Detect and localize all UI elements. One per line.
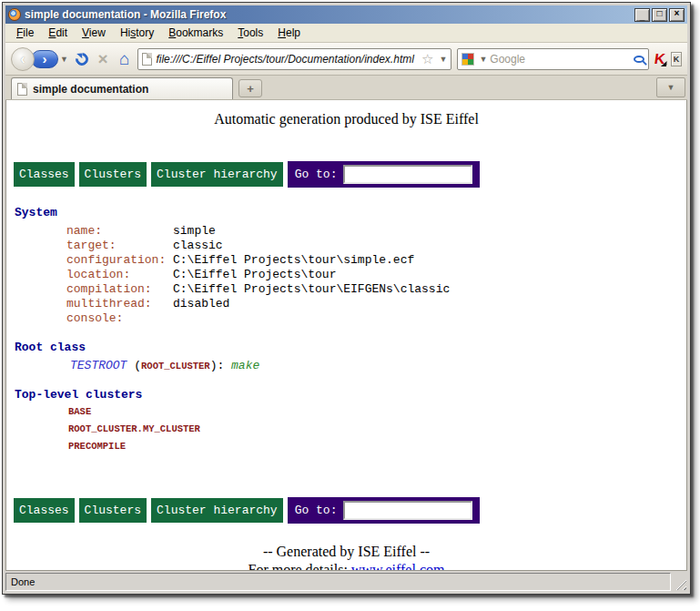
clusters-button[interactable]: Clusters	[79, 498, 147, 523]
reload-icon	[73, 50, 91, 68]
bookmark-star-icon[interactable]: ☆	[421, 52, 433, 66]
resize-grip[interactable]	[673, 573, 687, 591]
url-text[interactable]: file:///C:/Eiffel Projects/tour/Document…	[156, 53, 418, 66]
cluster-hierarchy-button[interactable]: Cluster hierarchy	[151, 162, 283, 187]
url-dropdown-icon[interactable]: ▼	[440, 55, 448, 64]
status-bar: Done	[5, 571, 687, 591]
back-button[interactable]: ‹	[11, 47, 35, 71]
system-row: compilation:C:\Eiffel Projects\tour\EIFG…	[6, 282, 686, 297]
goto-box: Go to:	[288, 497, 481, 524]
page-footer: -- Generated by ISE Eiffel -- For more d…	[6, 543, 686, 571]
maximize-button[interactable]: □	[652, 8, 667, 22]
classes-button[interactable]: Classes	[14, 162, 75, 187]
screenshot-canvas: simple documentation - Mozilla Firefox _…	[0, 0, 700, 611]
forward-button[interactable]: ›	[31, 50, 58, 68]
chevron-down-icon: ▼	[667, 83, 675, 92]
system-row: target:classic	[6, 239, 686, 253]
root-cluster-ref: ROOT_CLUSTER	[141, 361, 210, 372]
minimize-button[interactable]: _	[634, 8, 650, 22]
page-title: Automatic generation produced by ISE Eif…	[6, 111, 686, 127]
system-row: configuration:C:\Eiffel Projects\tour\si…	[6, 253, 686, 268]
creation-feature-link[interactable]: make	[231, 359, 259, 372]
forward-icon: ›	[43, 51, 47, 66]
firefox-icon	[8, 8, 21, 21]
search-engine-dropdown-icon[interactable]: ▼	[479, 55, 487, 64]
goto-input[interactable]	[343, 501, 472, 520]
more-details-line: For more details: www.eiffel.com	[6, 561, 686, 571]
page-content: Automatic generation produced by ISE Eif…	[5, 100, 687, 571]
eiffel-com-link[interactable]: www.eiffel.com	[351, 562, 445, 571]
status-text: Done	[5, 573, 671, 591]
system-rows: name:simple target:classic configuration…	[6, 224, 686, 326]
navigation-toolbar: ‹ › ▼ × ⌂ file:///C:/Eiffel Projects/tou…	[5, 43, 687, 76]
window-title: simple documentation - Mozilla Firefox	[25, 8, 631, 21]
google-engine-icon[interactable]	[462, 53, 474, 66]
tab-bar: simple documentation + ▼	[5, 76, 687, 100]
cluster-item: ROOT_CLUSTER.MY_CLUSTER	[6, 422, 686, 436]
top-level-clusters-section: Top-level clusters BASE ROOT_CLUSTER.MY_…	[6, 388, 686, 453]
eiffel-nav-bar-top: Classes Clusters Cluster hierarchy Go to…	[14, 161, 686, 188]
goto-input[interactable]	[343, 165, 472, 184]
cluster-item: BASE	[6, 404, 686, 419]
system-row: multithread:disabled	[6, 297, 686, 311]
system-row: console:	[6, 311, 686, 326]
back-icon: ‹	[20, 50, 25, 68]
k-extension-button[interactable]: K	[671, 52, 682, 66]
stop-icon: ×	[98, 50, 108, 67]
menu-file[interactable]: File	[9, 25, 41, 41]
search-icon[interactable]	[634, 56, 644, 63]
history-dropdown-icon[interactable]: ▼	[60, 55, 68, 64]
menu-tools[interactable]: Tools	[230, 25, 270, 41]
menu-history[interactable]: History	[113, 25, 161, 41]
title-bar: simple documentation - Mozilla Firefox _…	[5, 5, 687, 24]
menu-bookmarks[interactable]: Bookmarks	[161, 25, 230, 41]
list-all-tabs-button[interactable]: ▼	[656, 77, 685, 97]
goto-label: Go to:	[295, 504, 338, 517]
tab-page-icon	[17, 83, 27, 96]
page-icon	[142, 53, 152, 66]
search-box[interactable]: ▼	[457, 48, 649, 70]
classes-button[interactable]: Classes	[14, 498, 75, 523]
cluster-hierarchy-button[interactable]: Cluster hierarchy	[151, 498, 283, 523]
menu-view[interactable]: View	[75, 25, 113, 41]
clusters-button[interactable]: Clusters	[79, 162, 147, 187]
reload-button[interactable]	[74, 47, 90, 71]
firefox-window: simple documentation - Mozilla Firefox _…	[2, 2, 691, 595]
home-button[interactable]: ⌂	[117, 47, 133, 71]
stop-button[interactable]: ×	[95, 47, 111, 71]
goto-label: Go to:	[295, 168, 338, 181]
new-tab-button[interactable]: +	[238, 79, 262, 97]
system-row: location:C:\Eiffel Projects\tour	[6, 268, 686, 282]
minimize-icon: _	[640, 12, 645, 21]
tab-simple-documentation[interactable]: simple documentation	[11, 77, 233, 99]
generated-by-text: -- Generated by ISE Eiffel --	[6, 543, 686, 561]
goto-box: Go to:	[288, 161, 481, 188]
menu-bar: File Edit View History Bookmarks Tools H…	[5, 24, 687, 43]
close-button[interactable]: ×	[669, 8, 685, 22]
system-row: name:simple	[6, 224, 686, 239]
clusters-section-title: Top-level clusters	[6, 388, 686, 402]
home-icon: ⌂	[119, 50, 129, 67]
system-section-title: System	[6, 206, 686, 219]
root-class-section: Root class TESTROOT (ROOT_CLUSTER): make	[6, 341, 686, 374]
menu-help[interactable]: Help	[270, 25, 308, 41]
root-class-link[interactable]: TESTROOT	[70, 359, 127, 372]
maximize-icon: □	[656, 9, 662, 18]
address-bar[interactable]: file:///C:/Eiffel Projects/tour/Document…	[137, 48, 451, 70]
root-class-section-title: Root class	[6, 341, 686, 354]
system-section: System name:simple target:classic config…	[6, 206, 686, 326]
back-forward-group: ‹ › ▼	[11, 47, 68, 71]
search-input[interactable]	[490, 53, 631, 66]
window-controls: _ □ ×	[634, 8, 685, 22]
root-class-line: TESTROOT (ROOT_CLUSTER): make	[6, 358, 686, 374]
close-icon: ×	[675, 9, 680, 18]
eiffel-nav-bar-bottom: Classes Clusters Cluster hierarchy Go to…	[14, 497, 686, 524]
kaspersky-icon[interactable]: K	[654, 52, 666, 66]
tab-label: simple documentation	[33, 83, 148, 96]
cluster-item: PRECOMPILE	[6, 439, 686, 453]
menu-edit[interactable]: Edit	[41, 25, 75, 41]
